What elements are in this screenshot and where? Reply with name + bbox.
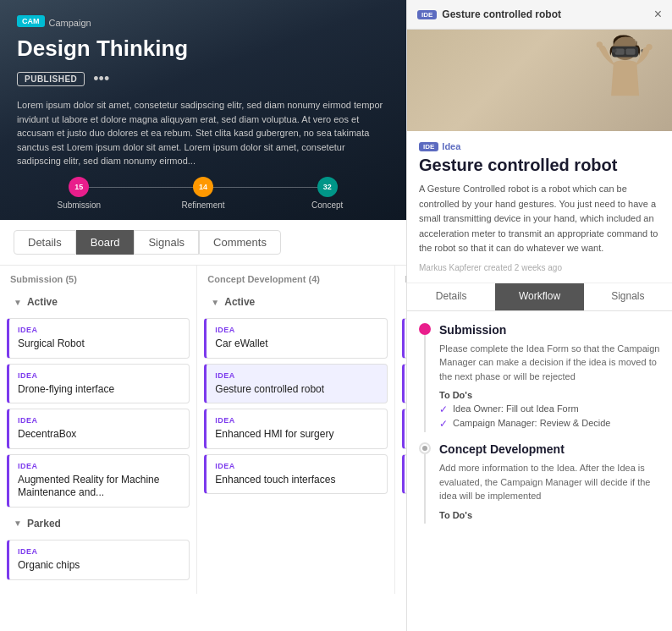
tab-comments[interactable]: Comments <box>199 230 281 255</box>
idea-title: Surgical Robot <box>18 337 180 351</box>
person-illustration <box>587 34 655 127</box>
svg-rect-3 <box>626 48 636 54</box>
right-tab-workflow[interactable]: Workflow <box>495 283 583 310</box>
active-section-label: ▼ Active <box>7 293 190 311</box>
todo-check-icon: ✓ <box>439 403 448 415</box>
step-line <box>424 335 426 433</box>
parked-section-label: ▼ Parked <box>7 514 190 533</box>
concept-step-title: Concept Development <box>439 442 660 456</box>
step-content-concept: Concept Development Add more information… <box>439 442 660 524</box>
right-panel-header: IDE Gesture controlled robot × <box>407 0 672 30</box>
todo-item-1: ✓ Idea Owner: Fill out Idea Form <box>439 403 660 415</box>
todo-text-1: Idea Owner: Fill out Idea Form <box>453 403 579 414</box>
concept-count: 32 <box>317 177 338 197</box>
ide-header-badge: IDE <box>417 10 437 19</box>
phase-concept[interactable]: 32 Concept <box>265 177 389 210</box>
parked-label: Parked <box>27 518 61 529</box>
board-content: Submission (5) ▼ Active IDEA Surgical Ro… <box>0 266 406 630</box>
idea-panel-badge: IDE Idea <box>419 141 660 151</box>
parked-chevron: ▼ <box>14 519 22 528</box>
idea-title: DecentraBox <box>18 428 180 442</box>
step-content-submission: Submission Please complete the Idea Form… <box>439 323 660 433</box>
idea-title: Organic chips <box>18 559 180 573</box>
tab-details[interactable]: Details <box>14 230 76 255</box>
idea-title: Gesture controlled robot <box>215 383 377 397</box>
svg-point-7 <box>646 44 652 50</box>
active-label: Active <box>27 296 58 308</box>
right-tabs: Details Workflow Signals <box>407 283 672 311</box>
idea-card-organic-chips[interactable]: IDEA Organic chips <box>7 540 190 580</box>
column-concept-header: Concept Development (4) <box>204 274 387 284</box>
active-section-label-2: ▼ Active <box>204 293 387 311</box>
idea-card-surgical-robot[interactable]: IDEA Surgical Robot <box>7 318 190 359</box>
idea-tag: IDEA <box>215 371 377 380</box>
todos-label-concept: To Do's <box>439 510 660 520</box>
phase-refinement[interactable]: 14 Refinement <box>141 177 266 210</box>
more-options-menu[interactable]: ••• <box>93 70 109 88</box>
step-dot-submission <box>419 323 431 335</box>
active-chevron-2: ▼ <box>211 298 219 307</box>
idea-card-drone[interactable]: IDEA Drone-flying interface <box>7 364 190 404</box>
idea-card-hmi[interactable]: IDEA Enhanced HMI for surgery <box>204 409 387 449</box>
column-submission: Submission (5) ▼ Active IDEA Surgical Ro… <box>0 266 197 594</box>
tab-signals[interactable]: Signals <box>134 230 199 255</box>
phase-row: 15 Submission 14 Refinement 32 Concept <box>0 177 406 220</box>
refinement-label: Refinement <box>181 200 224 210</box>
close-button[interactable]: × <box>654 7 662 22</box>
submission-count: 15 <box>69 177 89 197</box>
todo-check-icon-2: ✓ <box>439 418 448 430</box>
right-panel-title-text: Gesture controlled robot <box>442 8 561 20</box>
right-panel: IDE Gesture controlled robot × <box>406 0 672 631</box>
idea-panel-meta: Markus Kapferer created 2 weeks ago <box>419 263 660 272</box>
idea-info-section: IDE Idea Gesture controlled robot A Gest… <box>407 131 672 283</box>
campaign-header: CAM Campaign Design Thinking PUBLISHED •… <box>0 0 406 220</box>
idea-title: Enhanced touch interfaces <box>215 474 377 487</box>
refinement-count: 14 <box>193 177 213 197</box>
svg-point-6 <box>597 41 603 47</box>
submission-step-desc: Please complete the Idea Form so that th… <box>439 342 660 384</box>
concept-step-desc: Add more information to the Idea. After … <box>439 461 660 503</box>
right-tab-signals[interactable]: Signals <box>584 283 672 310</box>
tabs-row: Details Board Signals Comments <box>0 220 406 266</box>
idea-type-label: Idea <box>442 141 460 151</box>
campaign-type-label: Campaign <box>49 18 91 28</box>
ide-idea-badge: IDE <box>419 142 438 151</box>
tab-board[interactable]: Board <box>76 230 135 255</box>
idea-card-decentrabox[interactable]: IDEA DecentraBox <box>7 409 190 449</box>
svg-rect-4 <box>612 49 617 52</box>
step-indicator-concept <box>419 442 431 524</box>
campaign-title: Design Thinking <box>17 36 389 62</box>
step-indicator-submission <box>419 323 431 433</box>
idea-tag: IDEA <box>18 371 180 380</box>
todo-text-2: Campaign Manager: Review & Decide <box>453 418 610 428</box>
idea-card-touch[interactable]: IDEA Enhanced touch interfaces <box>204 454 387 495</box>
idea-card-ar[interactable]: IDEA Augmented Reality for Machine Maint… <box>7 454 190 508</box>
workflow-body: Submission Please complete the Idea Form… <box>407 311 672 631</box>
workflow-step-concept: Concept Development Add more information… <box>419 442 660 524</box>
published-badge: PUBLISHED <box>17 72 85 86</box>
idea-tag: IDEA <box>215 462 377 470</box>
idea-panel-description: A Gesture Controlled robot is a robot wh… <box>419 182 660 256</box>
column-implementation: Implementati... ▼ Active IDEA Voice inte… <box>395 266 406 594</box>
idea-tag: IDEA <box>215 326 377 334</box>
idea-tag: IDEA <box>18 547 180 556</box>
column-concept: Concept Development (4) ▼ Active IDEA Ca… <box>197 266 394 594</box>
right-header-title: IDE Gesture controlled robot <box>417 8 561 20</box>
idea-tag: IDEA <box>215 416 377 425</box>
idea-card-ewallet[interactable]: IDEA Car eWallet <box>204 318 387 359</box>
idea-panel-title: Gesture controlled robot <box>419 155 660 175</box>
campaign-type-badge: CAM <box>17 15 45 27</box>
phase-submission[interactable]: 15 Submission <box>17 177 141 210</box>
idea-tag: IDEA <box>18 462 180 470</box>
idea-card-gesture-robot[interactable]: IDEA Gesture controlled robot <box>204 364 387 404</box>
idea-title: Augmented Reality for Machine Maintenanc… <box>18 474 180 500</box>
columns-wrapper: Submission (5) ▼ Active IDEA Surgical Ro… <box>0 266 406 594</box>
left-panel: CAM Campaign Design Thinking PUBLISHED •… <box>0 0 406 631</box>
idea-title: Car eWallet <box>215 337 377 351</box>
active-label-2: Active <box>224 296 255 308</box>
right-tab-details[interactable]: Details <box>407 283 495 310</box>
active-chevron: ▼ <box>14 298 22 307</box>
idea-tag: IDEA <box>18 326 180 334</box>
submission-step-title: Submission <box>439 323 660 337</box>
idea-tag: IDEA <box>18 416 180 425</box>
